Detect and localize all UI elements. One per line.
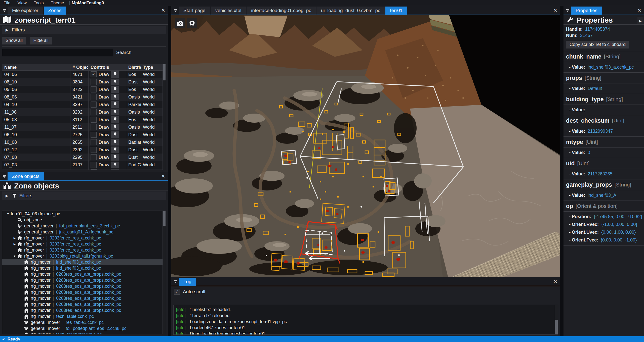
draw-checkbox[interactable]	[91, 162, 97, 168]
expander-icon[interactable]: ▼	[12, 255, 17, 258]
pin-button[interactable]	[111, 109, 119, 115]
tree-item[interactable]: rfg_mover|tech_labclutter.cchk_pc	[2, 331, 166, 334]
draw-checkbox[interactable]	[91, 102, 97, 108]
copy-scriptx-ref-button[interactable]: Copy scriptx ref to clipboard	[566, 41, 629, 48]
pin-button[interactable]	[111, 169, 119, 170]
tree-item[interactable]: rfg_mover|0203res_eos_apt_props.cchk_pc	[2, 295, 166, 301]
auto-scroll-checkbox[interactable]: ✓	[174, 289, 180, 295]
viewport-tab-interface-loading01-cpeg-pc[interactable]: interface-loading01.cpeg_pc	[247, 7, 316, 15]
table-row[interactable]: 11_06 3292 Draw Oasis World	[2, 108, 166, 116]
tree-item[interactable]: rfg_mover|0203res_eos_apt_props.cchk_pc	[2, 289, 166, 295]
tree-scrollbar[interactable]	[163, 211, 166, 334]
pin-button[interactable]	[111, 116, 119, 123]
tree-item[interactable]: rfg_mover|0203fence_res_a.cchk_pc	[2, 247, 166, 253]
dock-menu-icon[interactable]	[565, 7, 571, 14]
table-row[interactable]: 05_05 2015 Draw Eos World	[2, 169, 166, 170]
tab-zones[interactable]: Zones	[44, 7, 66, 15]
table-row[interactable]: 07_12 2392 Draw Dust World	[2, 146, 166, 154]
search-input[interactable]	[2, 49, 113, 56]
tree-item[interactable]: rfg_mover|0203res_eos_apt_props.cchk_pc	[2, 283, 166, 289]
table-row[interactable]: 04_06 4671 ✓ Draw Eos World	[2, 71, 166, 78]
screenshot-button[interactable]	[175, 18, 185, 28]
zone-objects-filters-bar[interactable]: ▶ Filters	[2, 191, 166, 200]
draw-checkbox[interactable]	[91, 94, 97, 100]
expander-icon[interactable]: ▶	[12, 236, 17, 240]
tree-item[interactable]: rfg_mover|0203res_eos_apt_props.cchk_pc	[2, 271, 166, 277]
column-header-name[interactable]: Name	[2, 64, 70, 70]
table-row[interactable]: 05_03 3112 Draw Eos World	[2, 116, 166, 123]
column-header-type[interactable]: Type	[141, 64, 166, 70]
expander-icon[interactable]: ▶	[12, 242, 17, 246]
viewport-tab-ui-loading-dust-0-cvbm-pc[interactable]: ui_loading_dust_0.cvbm_pc	[316, 7, 385, 15]
table-row[interactable]: 08_06 3421 Draw Oasis World	[2, 93, 166, 101]
draw-checkbox[interactable]	[91, 109, 97, 115]
column-header-controls[interactable]: Controls	[88, 64, 126, 70]
table-row[interactable]: 04_10 3397 Draw Parker World	[2, 101, 166, 108]
draw-checkbox[interactable]	[91, 117, 97, 123]
tree-item[interactable]: rfg_mover|0203res_eos_apt_props.cchk_pc	[2, 277, 166, 283]
pin-button[interactable]	[111, 162, 119, 168]
pin-button[interactable]	[111, 124, 119, 130]
tree-item[interactable]: ▼rfg_mover|0203bldg_retail_tall.rfgchunk…	[2, 253, 166, 259]
pin-button[interactable]	[111, 139, 119, 145]
tree-item[interactable]: ▼terr01_04_06.rfgzone_pc	[2, 211, 166, 217]
close-icon[interactable]: ✕	[161, 8, 165, 13]
tree-item[interactable]: general_mover|fol_pottedplant_eos_3.cchk…	[2, 223, 166, 229]
tree-item[interactable]: ▶rfg_mover|0203fence_res_a.cchk_pc	[2, 235, 166, 241]
tab-file-explorer[interactable]: File explorer	[8, 7, 43, 15]
draw-checkbox[interactable]	[91, 139, 97, 145]
show-all-button[interactable]: Show all	[2, 37, 26, 44]
draw-checkbox[interactable]	[91, 132, 97, 138]
tree-item[interactable]: ▶rfg_mover|0203fence_res_a.cchk_pc	[2, 241, 166, 247]
table-row[interactable]: 05_06 3722 Draw Eos World	[2, 86, 166, 93]
tree-item[interactable]: rfg_mover|0203res_eos_apt_props.cchk_pc	[2, 301, 166, 307]
table-scrollbar[interactable]	[163, 64, 166, 170]
zones-filters-bar[interactable]: ▶ Filters	[2, 26, 166, 34]
hide-all-button[interactable]: Hide all	[30, 37, 52, 44]
tree-item[interactable]: general_mover|jnk_canlg01_A.rfgchunk_pc	[2, 229, 166, 235]
pin-button[interactable]	[111, 86, 119, 93]
pin-button[interactable]	[111, 101, 119, 108]
tree-item[interactable]: rfg_mover|tech_table.cchk_pc	[2, 313, 166, 319]
table-row[interactable]: 07_03 2137 Draw End Game World	[2, 161, 166, 169]
viewport-tab-vehicles-xtbl[interactable]: vehicles.xtbl	[211, 7, 246, 15]
table-row[interactable]: 06_10 2725 Draw Dust World	[2, 131, 166, 138]
pin-button[interactable]	[111, 79, 119, 85]
draw-checkbox[interactable]	[91, 124, 97, 130]
expander-icon[interactable]: ▼	[5, 212, 11, 215]
draw-checkbox[interactable]	[91, 86, 97, 92]
table-row[interactable]: 08_10 3804 Draw Dust World	[2, 78, 166, 86]
tree-item[interactable]: obj_zone	[2, 217, 166, 223]
tree-item[interactable]: general_mover|res_table1.cchk_pc	[2, 319, 166, 325]
dock-menu-icon[interactable]	[1, 7, 8, 14]
table-row[interactable]: 11_07 2911 Draw Oasis World	[2, 123, 166, 131]
viewport-tab-start-page[interactable]: Start page	[179, 7, 210, 15]
tree-item[interactable]: rfg_mover|ind_shelf03_a.cchk_pc	[2, 259, 166, 265]
viewport-settings-button[interactable]	[187, 18, 197, 28]
tree-item[interactable]: rfg_mover|0203res_eos_apt_props.cchk_pc	[2, 307, 166, 313]
viewport-tab-terr01[interactable]: terr01	[385, 7, 407, 15]
tree-item[interactable]: rfg_mover|ind_shelf03_a.cchk_pc	[2, 265, 166, 271]
pin-button[interactable]	[111, 146, 119, 153]
pin-button[interactable]	[111, 154, 119, 161]
draw-checkbox[interactable]: ✓	[91, 71, 97, 77]
tree-item[interactable]: general_mover|fol_pottedplant_eos_2.cchk…	[2, 325, 166, 331]
tab-zone-objects[interactable]: Zone objects	[8, 172, 44, 180]
close-icon[interactable]: ✕	[553, 8, 557, 13]
draw-checkbox[interactable]	[91, 147, 97, 153]
viewport-3d[interactable]	[171, 15, 560, 277]
dock-menu-icon[interactable]	[172, 278, 179, 285]
close-icon[interactable]: ✕	[553, 279, 557, 284]
tab-log[interactable]: Log	[179, 278, 196, 286]
draw-checkbox[interactable]	[91, 169, 97, 170]
close-icon[interactable]: ✕	[161, 173, 165, 179]
draw-checkbox[interactable]	[91, 154, 97, 160]
pin-button[interactable]	[111, 94, 119, 100]
close-icon[interactable]: ✕	[637, 8, 641, 13]
pin-button[interactable]	[111, 131, 119, 138]
pin-button[interactable]	[111, 71, 119, 78]
dock-menu-icon[interactable]	[172, 7, 179, 14]
dock-menu-icon[interactable]	[1, 172, 8, 180]
column-header-objects[interactable]: # Objects	[70, 64, 88, 70]
column-header-district[interactable]: District	[126, 64, 141, 70]
